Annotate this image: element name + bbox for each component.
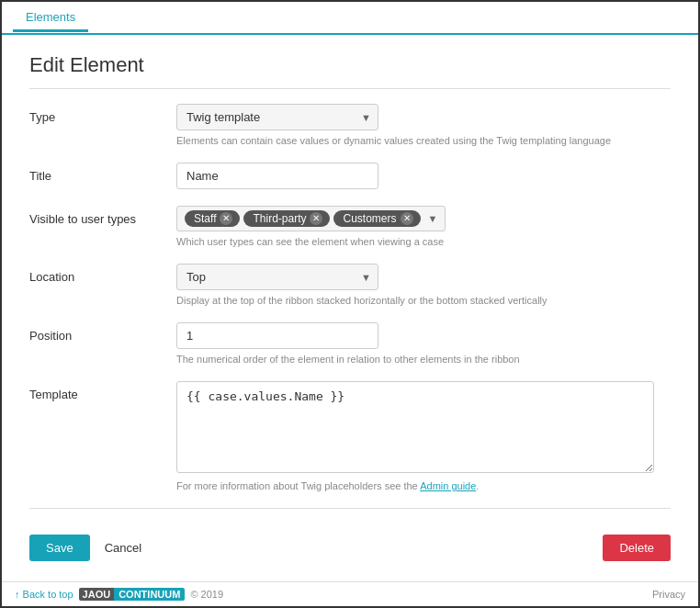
template-hint-suffix: . <box>476 480 479 491</box>
position-input[interactable] <box>176 322 378 349</box>
location-select[interactable]: Top <box>176 264 378 290</box>
brand-continuum: CONTINUUM <box>114 588 185 601</box>
type-label: Type <box>29 104 176 124</box>
title-label: Title <box>29 163 176 183</box>
save-button[interactable]: Save <box>29 535 90 561</box>
footer-left: ↑ Back to top JAOUCONTINUUM © 2019 <box>15 588 223 601</box>
type-select[interactable]: Twig template <box>176 104 378 130</box>
template-hint: For more information about Twig placehol… <box>176 480 654 491</box>
actions-row: Save Cancel Delete <box>29 524 671 569</box>
visible-field: Staff ✕ Third-party ✕ Customers ✕ ▼ Whic… <box>176 206 654 247</box>
title-row: Title <box>29 163 671 189</box>
template-row: Template For more information about Twig… <box>29 381 671 491</box>
divider <box>29 508 671 509</box>
visible-label: Visible to user types <box>29 206 176 226</box>
tab-bar: Elements <box>2 2 698 35</box>
tags-dropdown-icon[interactable]: ▼ <box>428 213 438 224</box>
title-field <box>176 163 654 189</box>
tag-customers-remove[interactable]: ✕ <box>401 212 413 225</box>
visible-row: Visible to user types Staff ✕ Third-part… <box>29 206 671 247</box>
type-hint: Elements can contain case values or dyna… <box>176 135 654 146</box>
footer-copyright: © 2019 <box>190 589 223 600</box>
tag-staff-remove[interactable]: ✕ <box>220 212 232 225</box>
template-label: Template <box>29 381 176 401</box>
page-footer: ↑ Back to top JAOUCONTINUUM © 2019 Priva… <box>2 581 698 606</box>
location-hint: Display at the top of the ribbon stacked… <box>176 295 654 306</box>
content-area: Edit Element Type Twig template ▼ Elemen… <box>2 35 698 581</box>
type-field: Twig template ▼ Elements can contain cas… <box>176 104 654 146</box>
privacy-link[interactable]: Privacy <box>652 589 685 600</box>
tag-thirdparty: Third-party ✕ <box>243 210 330 227</box>
location-row: Location Top ▼ Display at the top of the… <box>29 264 671 306</box>
page-title: Edit Element <box>29 53 671 89</box>
admin-guide-link[interactable]: Admin guide <box>420 480 476 491</box>
template-field: For more information about Twig placehol… <box>176 381 654 491</box>
actions-left: Save Cancel <box>29 535 147 561</box>
tag-customers: Customers ✕ <box>333 210 420 227</box>
tag-thirdparty-remove[interactable]: ✕ <box>310 212 322 225</box>
location-select-wrapper: Top ▼ <box>176 264 378 290</box>
brand-jaou: JAOU <box>79 588 115 601</box>
position-label: Position <box>29 322 176 343</box>
tags-row[interactable]: Staff ✕ Third-party ✕ Customers ✕ ▼ <box>176 206 446 231</box>
delete-button[interactable]: Delete <box>603 535 671 561</box>
footer-brand: JAOUCONTINUUM <box>79 588 186 601</box>
position-row: Position The numerical order of the elem… <box>29 322 671 365</box>
cancel-button[interactable]: Cancel <box>99 535 147 561</box>
tag-staff-label: Staff <box>194 212 216 225</box>
tab-elements[interactable]: Elements <box>13 3 88 32</box>
type-select-wrapper: Twig template ▼ <box>176 104 378 130</box>
template-textarea[interactable] <box>176 381 654 473</box>
type-row: Type Twig template ▼ Elements can contai… <box>29 104 671 146</box>
position-field: The numerical order of the element in re… <box>176 322 654 365</box>
template-hint-prefix: For more information about Twig placehol… <box>176 480 420 491</box>
tag-customers-label: Customers <box>343 212 396 225</box>
title-input[interactable] <box>176 163 378 189</box>
tag-thirdparty-label: Third-party <box>253 212 306 225</box>
location-field: Top ▼ Display at the top of the ribbon s… <box>176 264 654 306</box>
back-to-top-link[interactable]: ↑ Back to top <box>15 589 73 600</box>
location-label: Location <box>29 264 176 284</box>
tag-staff: Staff ✕ <box>185 210 240 227</box>
page-wrapper: Elements Edit Element Type Twig template… <box>2 2 698 606</box>
position-hint: The numerical order of the element in re… <box>176 354 654 365</box>
visible-hint: Which user types can see the element whe… <box>176 236 654 247</box>
